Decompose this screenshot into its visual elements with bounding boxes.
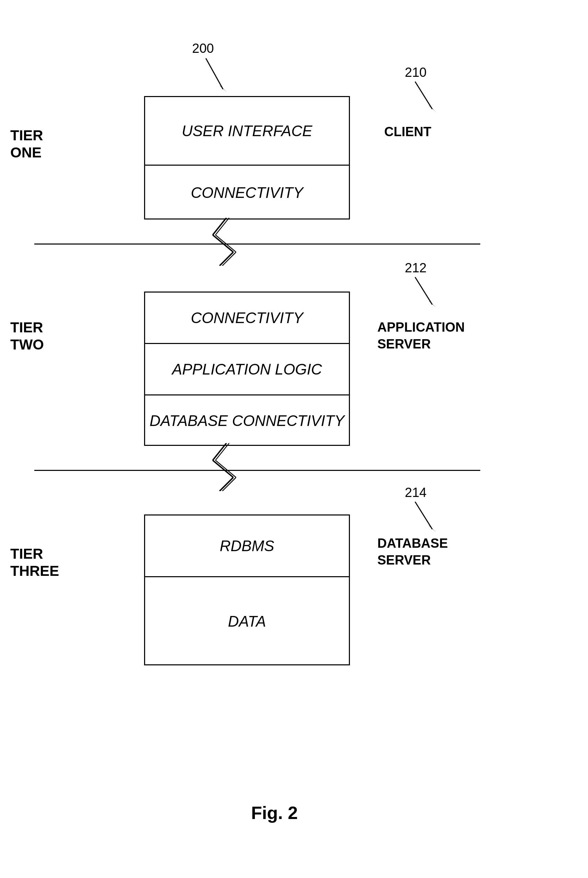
svg-marker-19 xyxy=(428,525,436,532)
ref-200-label: 200 xyxy=(192,41,214,56)
svg-line-2 xyxy=(415,82,432,109)
svg-line-10 xyxy=(415,277,432,304)
rdbms-cell: RDBMS xyxy=(145,515,349,577)
ref212-arrow xyxy=(394,274,442,312)
ref-214-label: 214 xyxy=(405,485,426,500)
client-label: CLIENT xyxy=(384,123,431,140)
app-logic-cell: APPLICATION LOGIC xyxy=(145,344,349,396)
db-server-box: RDBMS DATA xyxy=(144,514,350,665)
ref200-arrow xyxy=(178,55,233,96)
ref214-arrow xyxy=(394,498,442,536)
svg-line-16 xyxy=(216,460,236,477)
db-connectivity-cell: DATABASE CONNECTIVITY xyxy=(145,396,349,446)
fig-label: Fig. 2 xyxy=(206,803,343,823)
svg-line-14 xyxy=(219,477,233,491)
svg-line-0 xyxy=(206,58,223,89)
svg-line-15 xyxy=(216,443,229,460)
connectivity-cell-1: CONNECTIVITY xyxy=(145,166,349,220)
tier-two-label: TIER TWO xyxy=(10,319,44,354)
ref210-arrow xyxy=(394,78,442,116)
svg-line-12 xyxy=(213,443,226,460)
svg-line-5 xyxy=(213,235,233,252)
user-interface-cell: USER INTERFACE xyxy=(145,97,349,166)
svg-line-7 xyxy=(216,218,229,235)
h-line-1 xyxy=(34,244,480,244)
zigzag-2 xyxy=(206,443,247,491)
svg-line-13 xyxy=(213,460,233,477)
ref-212-label: 212 xyxy=(405,261,426,276)
tier-three-label: TIER THREE xyxy=(10,545,59,580)
svg-line-8 xyxy=(216,235,236,252)
tier-one-label: TIER ONE xyxy=(10,127,43,162)
svg-line-4 xyxy=(213,218,226,235)
client-box: USER INTERFACE CONNECTIVITY xyxy=(144,96,350,220)
svg-line-17 xyxy=(222,477,236,491)
h-line-2 xyxy=(34,470,480,471)
connectivity-cell-2: CONNECTIVITY xyxy=(145,292,349,344)
svg-marker-1 xyxy=(219,85,226,92)
db-server-label: DATABASESERVER xyxy=(377,535,448,569)
zigzag-1 xyxy=(206,218,247,266)
svg-line-9 xyxy=(222,252,236,266)
app-server-label: APPLICATIONSERVER xyxy=(377,319,465,353)
svg-marker-11 xyxy=(428,300,436,307)
svg-line-6 xyxy=(219,252,233,266)
data-cell: DATA xyxy=(145,577,349,665)
svg-marker-3 xyxy=(428,105,436,112)
svg-line-18 xyxy=(415,502,432,529)
app-server-box: CONNECTIVITY APPLICATION LOGIC DATABASE … xyxy=(144,292,350,446)
ref-210-label: 210 xyxy=(405,65,426,80)
